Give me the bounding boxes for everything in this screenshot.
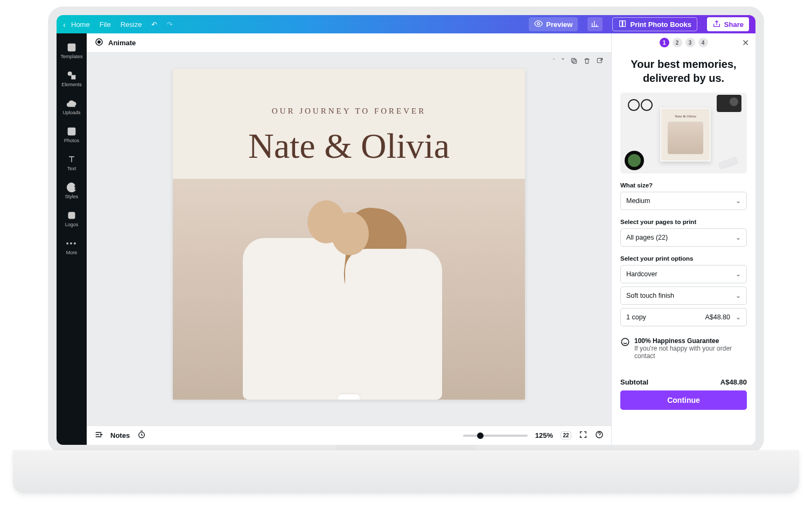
svg-point-17 [621,338,629,346]
timer-icon[interactable] [137,430,146,441]
size-value: Medium [626,197,650,205]
rail-photos[interactable]: Photos [57,122,87,148]
print-photo-books-button[interactable]: Print Photo Books [612,17,697,31]
quantity-value: 1 copy [626,313,646,321]
page-photo [173,179,525,400]
pages-value: All pages (22) [626,234,668,241]
rail-uploads-label: Uploads [62,110,80,115]
smile-icon [620,337,630,347]
chevron-down-icon: ⌄ [736,234,741,241]
product-preview: Nate & Olivia [620,93,747,173]
close-panel-icon[interactable]: ✕ [742,38,749,48]
glasses-prop [628,99,653,109]
rail-logos-label: Logos [65,222,79,227]
export-page-icon[interactable] [596,57,604,66]
undo-icon[interactable]: ↶ [151,20,157,29]
page-drag-handle[interactable] [338,394,360,400]
rail-logos[interactable]: Logos [57,206,87,232]
svg-point-5 [69,129,71,131]
book-icon [618,19,627,30]
preview-button[interactable]: Preview [529,17,578,31]
notes-button[interactable]: Notes [110,431,130,439]
options-label: Select your print options [620,255,747,262]
svg-point-0 [537,23,540,25]
rail-elements[interactable]: Elements [57,66,87,92]
rail-styles-label: Styles [65,194,79,199]
fullscreen-icon[interactable] [579,430,587,441]
rail-more-label: More [66,250,78,255]
logos-icon [66,210,77,221]
bottom-bar: Notes 125% 22 [87,425,611,445]
svg-point-7 [71,185,72,186]
elements-icon [66,70,77,81]
styles-icon [66,182,77,193]
share-icon [712,19,721,30]
svg-point-6 [69,186,71,187]
chevron-down-icon: ⌄ [736,313,741,321]
zoom-value: 125% [535,431,553,439]
chart-icon [591,19,599,30]
plant-prop [625,151,644,170]
step-4[interactable]: 4 [698,38,708,47]
rail-more[interactable]: ••• More [57,234,87,260]
share-label: Share [724,20,744,29]
context-bar: Animate [87,33,611,53]
uploads-icon [66,98,77,109]
page-down-icon[interactable]: ˅ [561,57,565,66]
quantity-select[interactable]: 1 copy A$48.80 ⌄ [620,308,747,326]
rail-elements-label: Elements [61,82,82,87]
page-count-button[interactable]: 22 [561,431,571,439]
cover-value: Hardcover [626,270,657,278]
rail-styles[interactable]: Styles [57,178,87,204]
guarantee-note: 100% Happiness Guarantee If you're not h… [620,337,747,360]
print-panel: 1 2 3 4 ✕ Your best memories, delivered … [611,33,755,445]
camera-prop [717,95,741,112]
rail-templates[interactable]: Templates [57,38,87,64]
svg-rect-12 [573,60,577,64]
rail-text[interactable]: Text [57,150,87,176]
notes-icon [94,430,103,441]
page-up-icon[interactable]: ˄ [552,57,556,66]
preview-label: Preview [546,20,572,29]
step-1[interactable]: 1 [660,38,669,47]
share-button[interactable]: Share [707,17,749,31]
page-title: Nate & Olivia [173,125,525,166]
size-select[interactable]: Medium ⌄ [620,192,747,210]
file-menu[interactable]: File [100,20,111,29]
chevron-down-icon: ⌄ [736,197,741,205]
svg-rect-14 [597,58,601,62]
svg-rect-13 [571,58,575,62]
templates-icon [66,42,77,53]
resize-menu[interactable]: Resize [121,20,142,29]
svg-rect-3 [72,75,75,79]
canvas-area: ˄ ˅ OUR JOURNEY TO FOREVER Nate & Olivia [87,53,611,425]
svg-point-8 [73,186,74,187]
continue-button[interactable]: Continue [620,390,747,410]
step-2[interactable]: 2 [673,38,682,47]
zoom-slider[interactable] [463,435,528,437]
cover-select[interactable]: Hardcover ⌄ [620,265,747,283]
finish-value: Soft touch finish [626,292,674,299]
redo-icon[interactable]: ↷ [167,20,173,29]
subtotal-label: Subtotal [620,378,648,386]
home-link[interactable]: Home [71,20,90,29]
top-bar: ‹ Home File Resize ↶ ↷ Preview [57,15,755,33]
step-3[interactable]: 3 [685,38,695,47]
subtotal-value: A$48.80 [720,378,747,386]
subtotal-row: Subtotal A$48.80 [620,378,747,386]
delete-page-icon[interactable] [583,57,591,66]
pages-label: Select your pages to print [620,219,747,225]
back-icon[interactable]: ‹ [63,20,66,29]
rail-uploads[interactable]: Uploads [57,94,87,120]
duplicate-page-icon[interactable] [570,57,578,66]
chevron-down-icon: ⌄ [736,292,741,299]
animate-button[interactable]: Animate [108,39,136,47]
help-icon[interactable] [595,430,604,441]
text-icon [66,154,77,165]
design-page[interactable]: OUR JOURNEY TO FOREVER Nate & Olivia [173,69,525,400]
insights-button[interactable] [587,17,603,31]
pages-select[interactable]: All pages (22) ⌄ [620,228,747,247]
svg-point-11 [98,41,101,44]
animate-icon [94,37,104,48]
finish-select[interactable]: Soft touch finish ⌄ [620,287,747,305]
